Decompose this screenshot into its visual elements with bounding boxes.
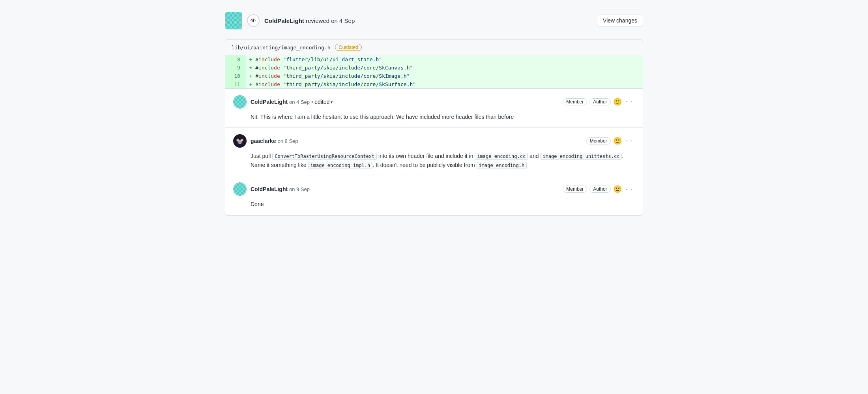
author-badge-1: Author xyxy=(589,98,610,105)
page-wrapper: 👁 ColdPaleLight reviewed on 4 Sep View c… xyxy=(217,0,651,223)
author-badge-3: Author xyxy=(589,186,610,193)
comment-header-3: ColdPaleLight on 9 Sep Member Author 🙂 ·… xyxy=(233,182,635,196)
eye-icon: 👁 xyxy=(251,17,256,24)
member-badge-3: Member xyxy=(563,186,587,193)
diff-line-content-11: + #include "third_party/skia/include/cor… xyxy=(245,80,643,88)
kw-include: include xyxy=(258,56,280,62)
diff-line-num-10: 10 xyxy=(225,72,245,80)
diff-container: 8 + #include "flutter/lib/ui/ui_dart_sta… xyxy=(225,55,643,88)
diff-line-content-9: + #include "third_party/skia/include/cor… xyxy=(245,64,643,72)
diff-line-content-10: + #include "third_party/skia/include/cor… xyxy=(245,72,643,80)
comment-header-left-1: ColdPaleLight on 4 Sep • edited ▾ xyxy=(233,95,333,109)
more-options-button-3[interactable]: ··· xyxy=(624,185,635,193)
review-header-left: 👁 ColdPaleLight reviewed on 4 Sep xyxy=(225,12,355,29)
kw-path: "third_party/skia/include/core/SkImage.h… xyxy=(283,73,410,79)
more-options-button-2[interactable]: ··· xyxy=(624,137,635,145)
diff-row: 8 + #include "flutter/lib/ui/ui_dart_sta… xyxy=(225,55,643,64)
edited-label-1: edited xyxy=(314,99,329,105)
diff-plus: + xyxy=(249,56,256,62)
comment-block-2: 🐭 gaaclarke on 8 Sep Member 🙂 ··· xyxy=(225,128,643,176)
file-path: lib/ui/painting/image_encoding.h xyxy=(232,45,330,51)
reviewer-avatar xyxy=(225,12,242,29)
inline-code-2: image_encoding.cc xyxy=(475,153,528,160)
diff-row: 10 + #include "third_party/skia/include/… xyxy=(225,72,643,80)
avatar-checker-sm-1 xyxy=(233,95,247,109)
kw-include: include xyxy=(258,81,280,87)
comment-date-3: on 9 Sep xyxy=(289,186,310,192)
diff-line-num-9: 9 xyxy=(225,64,245,72)
comment-block-3: ColdPaleLight on 9 Sep Member Author 🙂 ·… xyxy=(225,176,643,215)
comment-date-2: on 8 Sep xyxy=(278,138,298,144)
comment-author-1: ColdPaleLight xyxy=(251,99,288,105)
emoji-button-1[interactable]: 🙂 xyxy=(613,98,622,106)
comment-meta-1: ColdPaleLight on 4 Sep • edited ▾ xyxy=(251,99,333,105)
outdated-badge: Outdated xyxy=(335,44,361,51)
diff-row: 9 + #include "third_party/skia/include/c… xyxy=(225,64,643,72)
comment-edited-1: • xyxy=(311,99,314,105)
inline-code-5: image_encoding.h xyxy=(477,162,527,169)
eye-icon-wrap: 👁 xyxy=(247,14,260,27)
kw-path: "third_party/skia/include/core/SkSurface… xyxy=(283,81,416,87)
comment-date-1: on 4 Sep xyxy=(289,99,310,105)
comment-header-left-2: 🐭 gaaclarke on 8 Sep xyxy=(233,134,298,148)
emoji-button-3[interactable]: 🙂 xyxy=(613,185,622,193)
member-badge-1: Member xyxy=(563,98,587,105)
comment-author-2: gaaclarke xyxy=(251,138,276,144)
comment-meta-3: ColdPaleLight on 9 Sep xyxy=(251,186,310,192)
review-card: lib/ui/painting/image_encoding.h Outdate… xyxy=(225,39,643,216)
comment-header-left-3: ColdPaleLight on 9 Sep xyxy=(233,182,310,196)
edited-dropdown-1[interactable]: edited ▾ xyxy=(314,99,333,105)
diff-line-num-8: 8 xyxy=(225,55,245,64)
diff-table: 8 + #include "flutter/lib/ui/ui_dart_sta… xyxy=(225,55,643,88)
diff-line-num-11: 11 xyxy=(225,80,245,88)
comment-meta-2: gaaclarke on 8 Sep xyxy=(251,138,298,144)
comment-badges-3: Member Author 🙂 ··· xyxy=(563,185,635,193)
comment-author-3: ColdPaleLight xyxy=(251,186,288,192)
comment-block-1: ColdPaleLight on 4 Sep • edited ▾ Member… xyxy=(225,89,643,128)
avatar-gaaclarke: 🐭 xyxy=(233,134,247,148)
kw-path: "flutter/lib/ui/ui_dart_state.h" xyxy=(283,56,382,62)
comment-body-2: Just pull ConvertToRasterUsingResourceCo… xyxy=(251,152,635,169)
review-action-text: reviewed on xyxy=(306,17,338,24)
avatar-checker-sm-3 xyxy=(233,182,247,196)
comments-section: ColdPaleLight on 4 Sep • edited ▾ Member… xyxy=(225,88,643,215)
review-date: 4 Sep xyxy=(339,17,355,24)
inline-code-1: ConvertToRasterUsingResourceContext xyxy=(272,153,377,160)
comment-body-3: Done xyxy=(251,200,635,208)
diff-line-content-8: + #include "flutter/lib/ui/ui_dart_state… xyxy=(245,55,643,64)
diff-plus: + xyxy=(249,65,256,71)
view-changes-button[interactable]: View changes xyxy=(597,15,643,26)
kw-include: include xyxy=(258,65,280,71)
diff-plus: + xyxy=(249,81,256,87)
comment-header-2: 🐭 gaaclarke on 8 Sep Member 🙂 ··· xyxy=(233,134,635,148)
file-header: lib/ui/painting/image_encoding.h Outdate… xyxy=(225,40,643,55)
comment-avatar-1 xyxy=(233,95,247,109)
member-badge-2: Member xyxy=(586,137,611,144)
comment-body-1: Nit: This is where I am a little hesitan… xyxy=(251,113,635,121)
emoji-button-2[interactable]: 🙂 xyxy=(613,137,622,145)
comment-avatar-2: 🐭 xyxy=(233,134,247,148)
inline-code-3: image_encoding_unittests.cc xyxy=(540,153,622,160)
comment-avatar-3 xyxy=(233,182,247,196)
inline-code-4: image_encoding_impl.h xyxy=(308,162,373,169)
reviewer-name: ColdPaleLight xyxy=(264,17,304,24)
more-options-button-1[interactable]: ··· xyxy=(624,98,635,106)
kw-include: include xyxy=(258,73,280,79)
kw-path: "third_party/skia/include/core/SkCanvas.… xyxy=(283,65,413,71)
diff-row: 11 + #include "third_party/skia/include/… xyxy=(225,80,643,88)
review-header: 👁 ColdPaleLight reviewed on 4 Sep View c… xyxy=(225,8,643,33)
comment-badges-1: Member Author 🙂 ··· xyxy=(563,98,635,106)
review-title: ColdPaleLight reviewed on 4 Sep xyxy=(264,17,355,24)
diff-plus: + xyxy=(249,73,256,79)
chevron-down-icon-1: ▾ xyxy=(331,100,333,104)
comment-header-1: ColdPaleLight on 4 Sep • edited ▾ Member… xyxy=(233,95,635,109)
avatar-checker-pattern xyxy=(225,12,242,29)
comment-badges-2: Member 🙂 ··· xyxy=(586,137,635,145)
